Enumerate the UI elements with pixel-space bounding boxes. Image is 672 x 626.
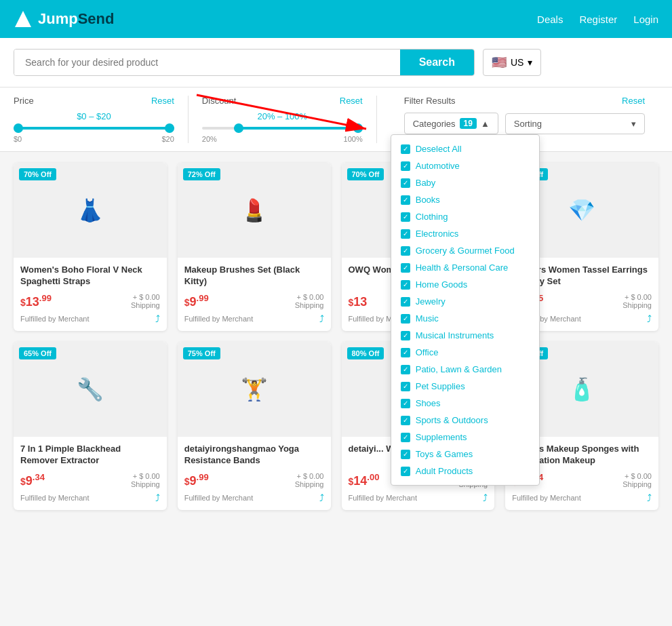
discount-badge: 75% Off [183,347,220,359]
checkbox-icon: ✓ [401,348,410,357]
filter-results-reset[interactable]: Reset [622,96,645,106]
search-input-wrap: Search [14,49,475,76]
discount-range-label: 20% – 100% [202,111,363,121]
category-label: Deselect All [416,144,462,154]
nav-deals[interactable]: Deals [537,14,563,25]
price-cents: .34 [33,472,45,482]
checkbox-icon: ✓ [401,467,410,476]
discount-slider-min-thumb[interactable] [234,123,243,133]
shipping-info: + $ 0.00Shipping [622,472,652,488]
discount-slider-track[interactable] [202,127,363,130]
category-item[interactable]: ✓Musical Instruments [391,327,539,344]
shipping-plus: + $ 0.00 [133,293,160,301]
price-max-label: $20 [162,135,174,143]
category-item[interactable]: ✓Music [391,310,539,327]
price-dollars: 9 [190,295,197,309]
category-label: Baby [416,178,436,188]
price-cents: .99 [197,293,209,303]
filters-row: Price Reset $0 – $20 $0 $20 Discount Res… [0,87,672,152]
shipping-label: Shipping [295,301,324,309]
price-slider-track[interactable] [14,127,174,130]
checkbox-icon: ✓ [401,433,410,442]
dollar-sign: $ [20,297,26,308]
category-item[interactable]: ✓Health & Personal Care [391,259,539,276]
checkbox-icon: ✓ [401,331,410,340]
share-icon[interactable]: ⤴ [483,492,488,503]
checkbox-icon: ✓ [401,399,410,408]
category-label: Patio, Lawn & Garden [416,364,502,374]
nav-register[interactable]: Register [579,14,617,25]
category-item[interactable]: ✓Adult Products [391,463,539,480]
category-item[interactable]: ✓Electronics [391,225,539,242]
product-price-row: $13.99+ $ 0.00Shipping [20,293,160,309]
category-item[interactable]: ✓Shoes [391,395,539,412]
price-cents: .99 [197,472,209,482]
product-card[interactable]: 65% Off🔧7 In 1 Pimple Blackhead Remover … [14,342,167,510]
product-price: $9.99 [184,293,209,309]
category-item[interactable]: ✓Supplements [391,429,539,446]
category-item[interactable]: ✓Office [391,344,539,361]
search-button[interactable]: Search [400,50,474,75]
category-item[interactable]: ✓Clothing [391,208,539,225]
nav-login[interactable]: Login [633,14,658,25]
header: JumpSend Deals Register Login [0,0,672,38]
shipping-label: Shipping [295,480,324,488]
sorting-button[interactable]: Sorting ▾ [505,113,645,134]
shipping-info: + $ 0.00Shipping [131,293,160,309]
product-card[interactable]: 70% Off👗Women's Boho Floral V Neck Spagh… [14,163,167,331]
price-cents: .00 [367,472,379,482]
category-label: Shoes [416,398,441,408]
price-dollars: 9 [190,474,197,488]
category-item[interactable]: ✓Jewelry [391,293,539,310]
category-item[interactable]: ✓Grocery & Gourmet Food [391,242,539,259]
share-icon[interactable]: ⤴ [155,492,160,503]
price-dollars: 13 [353,295,367,309]
discount-reset[interactable]: Reset [340,96,363,106]
share-icon[interactable]: ⤴ [647,313,652,324]
categories-button[interactable]: Categories 19 ▲ [404,113,498,134]
category-item[interactable]: ✓Automotive [391,157,539,174]
category-item[interactable]: ✓Toys & Games [391,446,539,463]
price-slider-min-thumb[interactable] [14,123,23,133]
category-item[interactable]: ✓Pet Supplies [391,378,539,395]
price-slider-max-thumb[interactable] [165,123,174,133]
category-item[interactable]: ✓Books [391,191,539,208]
price-label: Price [14,96,34,106]
share-icon[interactable]: ⤴ [647,492,652,503]
product-price-row: $9.99+ $ 0.00Shipping [184,472,324,488]
category-label: Adult Products [416,466,473,476]
category-item[interactable]: ✓Patio, Lawn & Garden [391,361,539,378]
product-card[interactable]: 75% Off🏋️detaiyirongshangmao Yoga Resist… [178,342,331,510]
logo-jump: Jump [38,10,78,27]
share-icon[interactable]: ⤴ [155,313,160,324]
category-item[interactable]: ✓Sports & Outdoors [391,412,539,429]
shipping-label: Shipping [622,480,652,488]
product-name: detaiyirongshangmao Yoga Resistance Band… [184,444,324,467]
product-price: $9.34 [20,472,45,488]
discount-slider-max-thumb[interactable] [353,123,363,133]
shipping-plus: + $ 0.00 [296,472,323,480]
share-icon[interactable]: ⤴ [319,313,324,324]
search-input[interactable] [14,50,400,75]
product-card[interactable]: 72% Off💄Makeup Brushes Set (Black Kitty)… [178,163,331,331]
price-reset[interactable]: Reset [151,96,174,106]
header-nav: Deals Register Login [537,14,658,25]
category-label: Health & Personal Care [416,262,509,273]
category-label: Home Goods [416,279,468,290]
category-item[interactable]: ✓Home Goods [391,276,539,293]
checkbox-icon: ✓ [401,382,410,391]
checkbox-icon: ✓ [401,263,410,273]
dollar-sign: $ [184,297,190,308]
categories-chevron-icon: ▲ [481,119,490,129]
discount-badge: 70% Off [19,168,56,180]
categories-row: Categories 19 ▲ Sorting ▾ [404,113,645,134]
category-label: Books [416,195,440,205]
price-filter: Price Reset $0 – $20 $0 $20 [14,96,189,143]
discount-min-label: 20% [202,135,217,143]
category-label: Jewelry [416,296,446,307]
country-select[interactable]: 🇺🇸 US ▾ [483,49,541,76]
share-icon[interactable]: ⤴ [319,492,324,503]
category-item[interactable]: ✓Deselect All [391,140,539,157]
category-item[interactable]: ✓Baby [391,174,539,191]
shipping-info: + $ 0.00Shipping [622,293,652,309]
